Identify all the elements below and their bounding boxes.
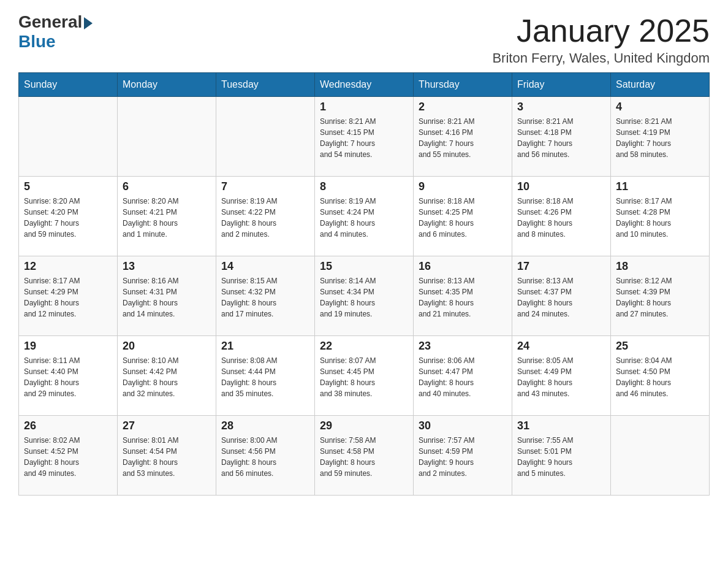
calendar-cell: 18Sunrise: 8:12 AM Sunset: 4:39 PM Dayli…	[611, 256, 710, 336]
day-info: Sunrise: 8:00 AM Sunset: 4:56 PM Dayligh…	[221, 435, 309, 479]
day-info: Sunrise: 8:21 AM Sunset: 4:15 PM Dayligh…	[320, 116, 408, 160]
day-number: 20	[123, 340, 211, 353]
logo: General Blue	[18, 12, 93, 52]
calendar-cell	[611, 416, 710, 496]
day-number: 27	[123, 419, 211, 432]
day-info: Sunrise: 8:17 AM Sunset: 4:28 PM Dayligh…	[616, 196, 704, 240]
calendar-week-4: 19Sunrise: 8:11 AM Sunset: 4:40 PM Dayli…	[19, 336, 710, 416]
calendar-cell: 26Sunrise: 8:02 AM Sunset: 4:52 PM Dayli…	[19, 416, 118, 496]
calendar-cell	[19, 97, 118, 177]
day-number: 11	[616, 180, 704, 193]
day-info: Sunrise: 8:16 AM Sunset: 4:31 PM Dayligh…	[123, 275, 211, 320]
day-number: 28	[221, 419, 309, 432]
day-number: 6	[123, 180, 211, 193]
header-day-wednesday: Wednesday	[315, 73, 414, 97]
calendar-cell: 9Sunrise: 8:18 AM Sunset: 4:25 PM Daylig…	[414, 177, 512, 256]
calendar-week-1: 1Sunrise: 8:21 AM Sunset: 4:15 PM Daylig…	[19, 97, 710, 177]
day-info: Sunrise: 8:21 AM Sunset: 4:19 PM Dayligh…	[616, 116, 704, 160]
day-info: Sunrise: 8:08 AM Sunset: 4:44 PM Dayligh…	[221, 355, 309, 399]
calendar-cell: 2Sunrise: 8:21 AM Sunset: 4:16 PM Daylig…	[414, 97, 512, 177]
day-info: Sunrise: 7:57 AM Sunset: 4:59 PM Dayligh…	[419, 435, 507, 479]
calendar-cell: 29Sunrise: 7:58 AM Sunset: 4:58 PM Dayli…	[315, 416, 414, 496]
calendar-cell: 14Sunrise: 8:15 AM Sunset: 4:32 PM Dayli…	[216, 256, 315, 336]
day-info: Sunrise: 8:06 AM Sunset: 4:47 PM Dayligh…	[419, 355, 507, 399]
calendar-cell: 28Sunrise: 8:00 AM Sunset: 4:56 PM Dayli…	[216, 416, 315, 496]
header-day-friday: Friday	[512, 73, 611, 97]
day-number: 19	[24, 340, 112, 353]
calendar-cell: 6Sunrise: 8:20 AM Sunset: 4:21 PM Daylig…	[118, 177, 216, 256]
page-header: General Blue January 2025 Briton Ferry, …	[18, 12, 710, 66]
calendar-cell: 1Sunrise: 8:21 AM Sunset: 4:15 PM Daylig…	[315, 97, 414, 177]
calendar-cell: 5Sunrise: 8:20 AM Sunset: 4:20 PM Daylig…	[19, 177, 118, 256]
day-info: Sunrise: 8:05 AM Sunset: 4:49 PM Dayligh…	[517, 355, 605, 399]
logo-blue-text: Blue	[18, 32, 56, 52]
day-info: Sunrise: 8:20 AM Sunset: 4:21 PM Dayligh…	[123, 196, 211, 240]
calendar-body: 1Sunrise: 8:21 AM Sunset: 4:15 PM Daylig…	[19, 97, 710, 496]
calendar-cell: 20Sunrise: 8:10 AM Sunset: 4:42 PM Dayli…	[118, 336, 216, 416]
calendar-table: SundayMondayTuesdayWednesdayThursdayFrid…	[18, 72, 710, 496]
day-info: Sunrise: 8:02 AM Sunset: 4:52 PM Dayligh…	[24, 435, 112, 479]
day-number: 17	[517, 260, 605, 273]
header-day-saturday: Saturday	[611, 73, 710, 97]
day-info: Sunrise: 8:15 AM Sunset: 4:32 PM Dayligh…	[221, 275, 309, 320]
day-number: 2	[419, 101, 507, 113]
calendar-cell: 11Sunrise: 8:17 AM Sunset: 4:28 PM Dayli…	[611, 177, 710, 256]
day-info: Sunrise: 8:19 AM Sunset: 4:22 PM Dayligh…	[221, 196, 309, 240]
day-info: Sunrise: 8:17 AM Sunset: 4:29 PM Dayligh…	[24, 275, 112, 320]
calendar-title: January 2025	[492, 12, 710, 49]
day-number: 30	[419, 419, 507, 432]
calendar-cell: 16Sunrise: 8:13 AM Sunset: 4:35 PM Dayli…	[414, 256, 512, 336]
calendar-cell: 3Sunrise: 8:21 AM Sunset: 4:18 PM Daylig…	[512, 97, 611, 177]
calendar-cell: 31Sunrise: 7:55 AM Sunset: 5:01 PM Dayli…	[512, 416, 611, 496]
day-info: Sunrise: 8:11 AM Sunset: 4:40 PM Dayligh…	[24, 355, 112, 399]
calendar-cell: 22Sunrise: 8:07 AM Sunset: 4:45 PM Dayli…	[315, 336, 414, 416]
day-number: 23	[419, 340, 507, 353]
header-day-sunday: Sunday	[19, 73, 118, 97]
logo-general-text: General	[18, 12, 82, 32]
header-day-thursday: Thursday	[414, 73, 512, 97]
day-info: Sunrise: 8:01 AM Sunset: 4:54 PM Dayligh…	[123, 435, 211, 479]
day-info: Sunrise: 8:13 AM Sunset: 4:35 PM Dayligh…	[419, 275, 507, 320]
calendar-cell: 4Sunrise: 8:21 AM Sunset: 4:19 PM Daylig…	[611, 97, 710, 177]
day-info: Sunrise: 7:55 AM Sunset: 5:01 PM Dayligh…	[517, 435, 605, 479]
day-info: Sunrise: 8:18 AM Sunset: 4:26 PM Dayligh…	[517, 196, 605, 240]
calendar-cell	[118, 97, 216, 177]
day-info: Sunrise: 8:12 AM Sunset: 4:39 PM Dayligh…	[616, 275, 704, 320]
day-number: 5	[24, 180, 112, 193]
header-row: SundayMondayTuesdayWednesdayThursdayFrid…	[19, 73, 710, 97]
calendar-cell: 10Sunrise: 8:18 AM Sunset: 4:26 PM Dayli…	[512, 177, 611, 256]
day-number: 14	[221, 260, 309, 273]
day-number: 18	[616, 260, 704, 273]
day-info: Sunrise: 8:14 AM Sunset: 4:34 PM Dayligh…	[320, 275, 408, 320]
day-number: 26	[24, 419, 112, 432]
calendar-cell: 19Sunrise: 8:11 AM Sunset: 4:40 PM Dayli…	[19, 336, 118, 416]
calendar-subtitle: Briton Ferry, Wales, United Kingdom	[492, 50, 710, 66]
day-info: Sunrise: 8:19 AM Sunset: 4:24 PM Dayligh…	[320, 196, 408, 240]
day-info: Sunrise: 7:58 AM Sunset: 4:58 PM Dayligh…	[320, 435, 408, 479]
calendar-week-3: 12Sunrise: 8:17 AM Sunset: 4:29 PM Dayli…	[19, 256, 710, 336]
logo-arrow-icon	[84, 17, 93, 29]
day-number: 8	[320, 180, 408, 193]
day-info: Sunrise: 8:18 AM Sunset: 4:25 PM Dayligh…	[419, 196, 507, 240]
calendar-week-2: 5Sunrise: 8:20 AM Sunset: 4:20 PM Daylig…	[19, 177, 710, 256]
day-number: 25	[616, 340, 704, 353]
title-section: January 2025 Briton Ferry, Wales, United…	[492, 12, 710, 66]
calendar-cell: 27Sunrise: 8:01 AM Sunset: 4:54 PM Dayli…	[118, 416, 216, 496]
day-number: 16	[419, 260, 507, 273]
calendar-cell: 12Sunrise: 8:17 AM Sunset: 4:29 PM Dayli…	[19, 256, 118, 336]
day-info: Sunrise: 8:13 AM Sunset: 4:37 PM Dayligh…	[517, 275, 605, 320]
day-number: 12	[24, 260, 112, 273]
day-number: 3	[517, 101, 605, 113]
calendar-cell: 21Sunrise: 8:08 AM Sunset: 4:44 PM Dayli…	[216, 336, 315, 416]
calendar-cell: 30Sunrise: 7:57 AM Sunset: 4:59 PM Dayli…	[414, 416, 512, 496]
day-number: 9	[419, 180, 507, 193]
calendar-cell: 7Sunrise: 8:19 AM Sunset: 4:22 PM Daylig…	[216, 177, 315, 256]
day-info: Sunrise: 8:20 AM Sunset: 4:20 PM Dayligh…	[24, 196, 112, 240]
calendar-cell: 17Sunrise: 8:13 AM Sunset: 4:37 PM Dayli…	[512, 256, 611, 336]
header-day-tuesday: Tuesday	[216, 73, 315, 97]
day-number: 1	[320, 101, 408, 113]
calendar-header: SundayMondayTuesdayWednesdayThursdayFrid…	[19, 73, 710, 97]
day-info: Sunrise: 8:07 AM Sunset: 4:45 PM Dayligh…	[320, 355, 408, 399]
day-number: 4	[616, 101, 704, 113]
day-number: 10	[517, 180, 605, 193]
